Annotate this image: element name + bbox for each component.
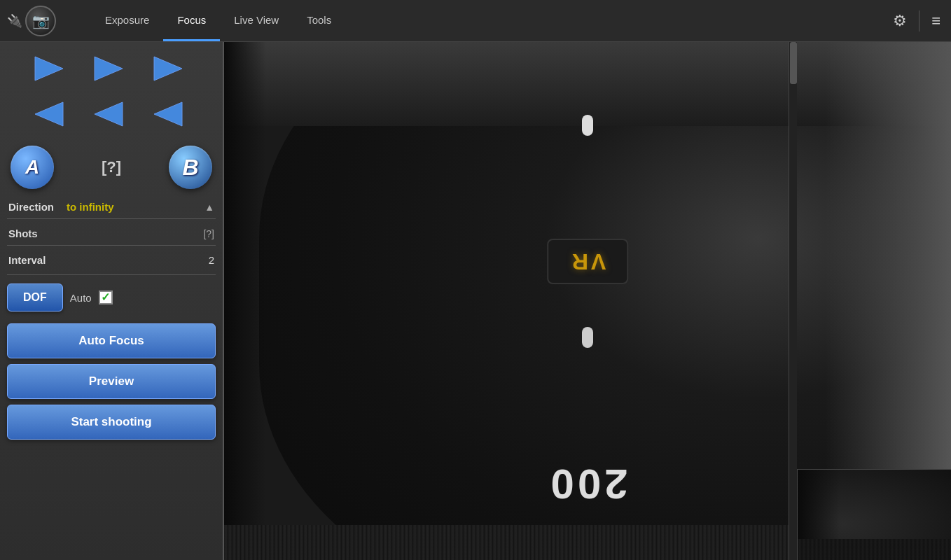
arrow-left-medium-btn[interactable] (83, 94, 134, 133)
scrollbar[interactable] (789, 42, 797, 560)
shots-question[interactable]: [?] (203, 228, 214, 239)
arrow-left-large-btn[interactable] (24, 94, 74, 133)
header: 🔌 📷 Exposure Focus Live View Tools ⚙ ≡ (0, 0, 951, 42)
interval-value: 2 (209, 254, 214, 266)
tab-exposure[interactable]: Exposure (91, 0, 163, 41)
corner-thumb-inner (798, 470, 951, 560)
vr-label: VR (547, 239, 628, 284)
preview-button[interactable]: Preview (7, 364, 216, 399)
indicator-dot-top (582, 115, 593, 136)
auto-label: Auto (70, 292, 92, 304)
dof-row: DOF Auto ✓ (7, 281, 216, 314)
interval-label: Interval (8, 254, 46, 266)
svg-marker-4 (95, 102, 123, 126)
tab-tools[interactable]: Tools (293, 0, 345, 41)
usb-icon: 🔌 (7, 13, 22, 29)
menu-icon[interactable]: ≡ (931, 12, 940, 30)
direction-dropdown[interactable]: to infinity ▲ (67, 201, 214, 213)
header-right: ⚙ ≡ (882, 10, 951, 31)
svg-marker-1 (95, 57, 123, 80)
tab-live-view[interactable]: Live View (220, 0, 293, 41)
direction-dropdown-arrow: ▲ (204, 202, 214, 213)
tab-focus[interactable]: Focus (163, 0, 220, 41)
camera-icon: 📷 (25, 6, 56, 36)
svg-marker-2 (154, 57, 182, 80)
header-separator (919, 10, 919, 31)
camera-icon-area: 🔌 📷 (0, 6, 91, 36)
interval-row: Interval 2 (7, 251, 216, 275)
arrow-left-small-btn[interactable] (143, 94, 193, 133)
direction-row: Direction to infinity ▲ (7, 198, 216, 219)
b-button[interactable]: B (169, 146, 212, 189)
svg-marker-0 (35, 57, 63, 80)
svg-marker-3 (35, 102, 63, 126)
corner-thumbnail (797, 469, 951, 560)
dof-button[interactable]: DOF (7, 284, 63, 312)
nav-tabs: Exposure Focus Live View Tools (91, 0, 882, 41)
left-panel: A [?] B Direction to infinity ▲ Shots [?… (0, 42, 224, 560)
gear-icon[interactable]: ⚙ (893, 12, 907, 30)
lens-number: 200 (547, 460, 627, 508)
scrollbar-thumb[interactable] (790, 42, 797, 84)
ab-row: A [?] B (7, 146, 216, 189)
corner-grip (798, 539, 951, 560)
a-button[interactable]: A (11, 146, 54, 189)
shots-row: Shots [?] (7, 225, 216, 246)
direction-value: to infinity (67, 201, 114, 213)
arrow-right-large-btn[interactable] (143, 49, 193, 88)
lens-background: VR 200 (224, 42, 951, 560)
live-view: VR 200 (224, 42, 951, 560)
start-shooting-button[interactable]: Start shooting (7, 405, 216, 440)
lens-left-edge (224, 42, 266, 560)
ab-question-mark[interactable]: [?] (102, 158, 121, 176)
checkmark-icon: ✓ (101, 292, 110, 303)
auto-checkbox[interactable]: ✓ (99, 290, 113, 304)
shots-label: Shots (8, 227, 38, 239)
arrow-right-small-btn[interactable] (24, 49, 74, 88)
auto-focus-button[interactable]: Auto Focus (7, 323, 216, 358)
direction-label: Direction (8, 201, 61, 213)
main-content: A [?] B Direction to infinity ▲ Shots [?… (0, 42, 951, 560)
arrow-grid (7, 49, 216, 136)
indicator-dot-mid (582, 327, 593, 348)
lens-grip (224, 525, 790, 560)
arrow-right-medium-btn[interactable] (83, 49, 134, 88)
svg-marker-5 (154, 102, 182, 126)
